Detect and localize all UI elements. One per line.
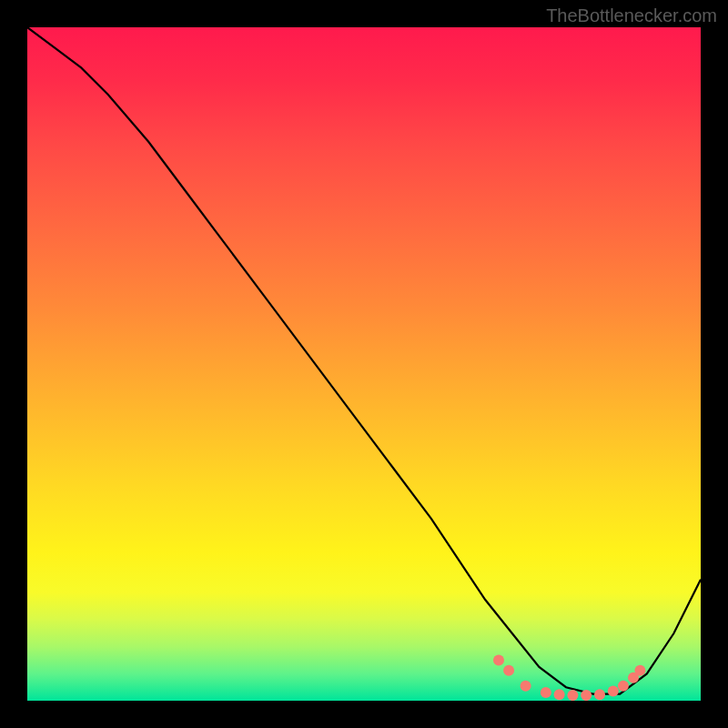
watermark-text: TheBottlenecker.com <box>546 5 717 26</box>
marker-dot <box>634 665 645 676</box>
marker-dot <box>581 690 592 701</box>
chart-svg <box>27 27 701 701</box>
marker-dot <box>618 681 629 692</box>
marker-dot <box>503 665 514 676</box>
marker-dot <box>521 681 531 692</box>
marker-dot <box>493 655 504 666</box>
marker-group <box>493 655 645 701</box>
marker-dot <box>554 689 565 700</box>
plot-area <box>27 27 701 701</box>
marker-dot <box>541 687 551 698</box>
marker-dot <box>567 690 578 701</box>
marker-dot <box>608 686 619 697</box>
bottleneck-curve <box>27 27 701 694</box>
marker-dot <box>594 689 605 700</box>
